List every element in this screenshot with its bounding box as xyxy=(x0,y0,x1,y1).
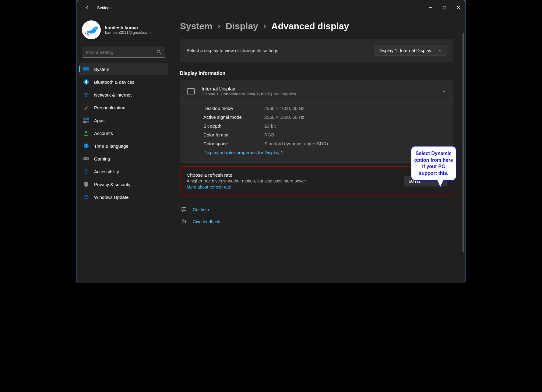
minimize-button[interactable] xyxy=(424,3,438,12)
display-select-card: Select a display to view or change its s… xyxy=(180,39,453,62)
nav-label: Accounts xyxy=(94,131,113,136)
window-controls xyxy=(424,3,466,12)
nav-label: Gaming xyxy=(94,156,110,161)
nav-personalization[interactable]: Personalization xyxy=(79,101,168,114)
svg-point-4 xyxy=(83,21,100,38)
help-icon xyxy=(181,207,187,213)
svg-point-20 xyxy=(85,158,86,159)
clock-icon xyxy=(83,143,89,149)
scrollbar[interactable] xyxy=(463,33,464,253)
settings-window: Settings xyxy=(76,0,466,283)
get-help-link[interactable]: Get help xyxy=(193,207,209,212)
display-select-dropdown[interactable]: Display 1: Internal Display xyxy=(374,45,447,56)
display-info-header[interactable]: Internal Display Display 1: Connected to… xyxy=(180,80,453,102)
info-row: Active signal mode2560 × 1600, 60 Hz xyxy=(203,113,446,122)
sidebar: kamlesh kumar kamlesh2011@gmail.com Syst… xyxy=(76,15,171,283)
display-select-label: Select a display to view or change its s… xyxy=(186,48,278,53)
annotation-callout: Select Dynamic option from here if your … xyxy=(411,146,456,181)
maximize-icon xyxy=(443,6,446,9)
svg-line-8 xyxy=(160,53,160,54)
nav-accessibility[interactable]: Accessibility xyxy=(79,165,168,178)
nav-bluetooth[interactable]: Bluetooth & devices xyxy=(79,76,168,88)
breadcrumb: System › Display › Advanced display xyxy=(180,21,453,31)
nav-time[interactable]: Time & language xyxy=(79,140,168,152)
svg-rect-1 xyxy=(443,6,446,9)
minimize-icon xyxy=(429,6,432,9)
give-feedback-link[interactable]: Give feedback xyxy=(193,219,220,224)
refresh-title: Choose a refresh rate xyxy=(187,172,306,178)
arrow-left-icon xyxy=(85,5,90,10)
user-email: kamlesh2011@gmail.com xyxy=(105,30,151,35)
display-select-value: Display 1: Internal Display xyxy=(378,48,431,53)
svg-point-5 xyxy=(95,28,96,29)
svg-rect-10 xyxy=(83,70,89,71)
user-row[interactable]: kamlesh kumar kamlesh2011@gmail.com xyxy=(79,18,168,42)
nav-privacy[interactable]: Privacy & security xyxy=(79,178,168,190)
give-feedback-row[interactable]: Give feedback xyxy=(180,216,453,228)
user-info: kamlesh kumar kamlesh2011@gmail.com xyxy=(105,25,151,35)
svg-point-21 xyxy=(87,158,88,159)
main: System › Display › Advanced display Sele… xyxy=(171,15,466,283)
svg-rect-19 xyxy=(83,157,89,160)
svg-point-17 xyxy=(85,131,87,133)
chevron-right-icon: › xyxy=(218,22,220,30)
svg-rect-13 xyxy=(83,118,86,120)
nav-update[interactable]: Windows Update xyxy=(79,191,168,203)
info-row: Bit depth10-bit xyxy=(203,122,446,130)
brush-icon xyxy=(83,104,89,111)
search-input[interactable] xyxy=(86,50,157,55)
close-icon xyxy=(457,6,460,9)
feedback-icon xyxy=(181,219,187,225)
system-icon xyxy=(83,66,89,72)
nav-network[interactable]: Network & internet xyxy=(79,89,168,101)
nav-system[interactable]: System xyxy=(79,63,168,75)
info-row: Color formatRGB xyxy=(203,130,446,139)
bluetooth-icon xyxy=(83,79,89,85)
nav-label: Network & internet xyxy=(94,92,132,97)
svg-point-12 xyxy=(86,96,86,97)
nav-apps[interactable]: Apps xyxy=(79,114,168,126)
app-title: Settings xyxy=(97,5,111,10)
bird-icon xyxy=(83,21,100,38)
section-title: Display information xyxy=(180,71,453,76)
breadcrumb-display[interactable]: Display xyxy=(226,21,258,31)
user-name: kamlesh kumar xyxy=(105,25,151,30)
display-sub: Display 1: Connected to Intel(R) Iris(R)… xyxy=(202,92,296,96)
refresh-sub: A higher rate gives smoother motion, but… xyxy=(187,178,306,183)
avatar xyxy=(82,20,101,39)
close-button[interactable] xyxy=(452,3,466,12)
svg-point-6 xyxy=(87,34,89,36)
gamepad-icon xyxy=(83,156,89,162)
nav-label: Privacy & security xyxy=(94,182,130,187)
nav-label: Apps xyxy=(94,118,104,123)
wifi-icon xyxy=(83,92,89,98)
chevron-up-icon xyxy=(442,89,446,94)
svg-rect-14 xyxy=(86,118,89,120)
svg-point-23 xyxy=(184,209,184,209)
monitor-icon xyxy=(187,88,195,94)
svg-point-7 xyxy=(157,50,160,53)
display-name: Internal Display xyxy=(202,86,296,92)
nav-gaming[interactable]: Gaming xyxy=(79,153,168,165)
breadcrumb-system[interactable]: System xyxy=(180,21,213,31)
chevron-down-icon xyxy=(438,48,442,53)
nav-label: Bluetooth & devices xyxy=(94,79,135,85)
svg-point-24 xyxy=(182,220,184,221)
accessibility-icon xyxy=(83,168,89,175)
search-box[interactable] xyxy=(82,47,165,58)
back-button[interactable] xyxy=(81,2,93,14)
info-row: Color spaceStandard dynamic range (SDR) xyxy=(203,139,446,148)
nav-accounts[interactable]: Accounts xyxy=(79,127,168,139)
nav-label: Personalization xyxy=(94,105,125,110)
get-help-row[interactable]: Get help xyxy=(180,203,453,216)
refresh-more-link[interactable]: More about refresh rate xyxy=(187,185,306,189)
nav: System Bluetooth & devices Network & int… xyxy=(79,63,168,203)
search-icon xyxy=(157,50,161,55)
body: kamlesh kumar kamlesh2011@gmail.com Syst… xyxy=(76,15,466,283)
adapter-properties-link[interactable]: Display adapter properties for Display 1 xyxy=(203,150,283,155)
chevron-right-icon: › xyxy=(264,22,266,30)
shield-icon xyxy=(83,181,89,187)
nav-label: System xyxy=(94,67,109,72)
breadcrumb-current: Advanced display xyxy=(271,21,349,31)
maximize-button[interactable] xyxy=(438,3,452,12)
